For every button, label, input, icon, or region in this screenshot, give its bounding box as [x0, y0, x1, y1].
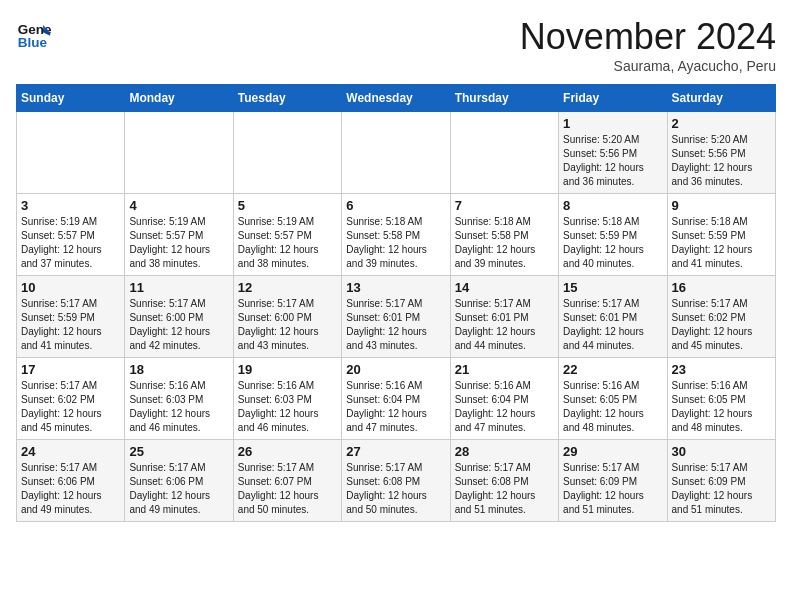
day-number: 28 [455, 444, 554, 459]
day-info: Sunrise: 5:19 AMSunset: 5:57 PMDaylight:… [238, 215, 337, 271]
day-number: 14 [455, 280, 554, 295]
calendar-day-cell: 24Sunrise: 5:17 AMSunset: 6:06 PMDayligh… [17, 440, 125, 522]
day-number: 21 [455, 362, 554, 377]
calendar-day-cell: 29Sunrise: 5:17 AMSunset: 6:09 PMDayligh… [559, 440, 667, 522]
weekday-header: Thursday [450, 85, 558, 112]
day-number: 20 [346, 362, 445, 377]
day-number: 27 [346, 444, 445, 459]
day-number: 7 [455, 198, 554, 213]
day-info: Sunrise: 5:17 AMSunset: 6:08 PMDaylight:… [455, 461, 554, 517]
calendar-week-row: 17Sunrise: 5:17 AMSunset: 6:02 PMDayligh… [17, 358, 776, 440]
day-number: 12 [238, 280, 337, 295]
calendar-day-cell [342, 112, 450, 194]
day-info: Sunrise: 5:16 AMSunset: 6:03 PMDaylight:… [238, 379, 337, 435]
day-info: Sunrise: 5:19 AMSunset: 5:57 PMDaylight:… [21, 215, 120, 271]
calendar-day-cell: 19Sunrise: 5:16 AMSunset: 6:03 PMDayligh… [233, 358, 341, 440]
calendar-day-cell: 15Sunrise: 5:17 AMSunset: 6:01 PMDayligh… [559, 276, 667, 358]
day-info: Sunrise: 5:16 AMSunset: 6:05 PMDaylight:… [563, 379, 662, 435]
location: Saurama, Ayacucho, Peru [520, 58, 776, 74]
day-number: 19 [238, 362, 337, 377]
calendar-week-row: 10Sunrise: 5:17 AMSunset: 5:59 PMDayligh… [17, 276, 776, 358]
calendar-day-cell [450, 112, 558, 194]
calendar-day-cell: 21Sunrise: 5:16 AMSunset: 6:04 PMDayligh… [450, 358, 558, 440]
day-info: Sunrise: 5:16 AMSunset: 6:05 PMDaylight:… [672, 379, 771, 435]
day-number: 30 [672, 444, 771, 459]
day-info: Sunrise: 5:16 AMSunset: 6:04 PMDaylight:… [346, 379, 445, 435]
day-number: 24 [21, 444, 120, 459]
day-number: 6 [346, 198, 445, 213]
day-info: Sunrise: 5:17 AMSunset: 6:06 PMDaylight:… [129, 461, 228, 517]
calendar-day-cell: 1Sunrise: 5:20 AMSunset: 5:56 PMDaylight… [559, 112, 667, 194]
weekday-header: Sunday [17, 85, 125, 112]
calendar-day-cell: 27Sunrise: 5:17 AMSunset: 6:08 PMDayligh… [342, 440, 450, 522]
day-number: 11 [129, 280, 228, 295]
day-number: 17 [21, 362, 120, 377]
day-number: 26 [238, 444, 337, 459]
calendar-day-cell: 20Sunrise: 5:16 AMSunset: 6:04 PMDayligh… [342, 358, 450, 440]
calendar-day-cell: 4Sunrise: 5:19 AMSunset: 5:57 PMDaylight… [125, 194, 233, 276]
day-number: 25 [129, 444, 228, 459]
calendar-day-cell: 28Sunrise: 5:17 AMSunset: 6:08 PMDayligh… [450, 440, 558, 522]
calendar-day-cell: 2Sunrise: 5:20 AMSunset: 5:56 PMDaylight… [667, 112, 775, 194]
calendar-day-cell: 8Sunrise: 5:18 AMSunset: 5:59 PMDaylight… [559, 194, 667, 276]
logo-icon: General Blue [16, 16, 52, 52]
day-number: 8 [563, 198, 662, 213]
logo: General Blue [16, 16, 52, 52]
day-number: 15 [563, 280, 662, 295]
day-info: Sunrise: 5:17 AMSunset: 6:01 PMDaylight:… [455, 297, 554, 353]
day-info: Sunrise: 5:18 AMSunset: 5:59 PMDaylight:… [563, 215, 662, 271]
day-number: 1 [563, 116, 662, 131]
calendar-day-cell: 9Sunrise: 5:18 AMSunset: 5:59 PMDaylight… [667, 194, 775, 276]
day-info: Sunrise: 5:20 AMSunset: 5:56 PMDaylight:… [672, 133, 771, 189]
day-info: Sunrise: 5:16 AMSunset: 6:04 PMDaylight:… [455, 379, 554, 435]
calendar-day-cell [233, 112, 341, 194]
day-number: 10 [21, 280, 120, 295]
calendar-day-cell: 12Sunrise: 5:17 AMSunset: 6:00 PMDayligh… [233, 276, 341, 358]
day-number: 9 [672, 198, 771, 213]
day-info: Sunrise: 5:17 AMSunset: 6:08 PMDaylight:… [346, 461, 445, 517]
day-info: Sunrise: 5:17 AMSunset: 6:02 PMDaylight:… [21, 379, 120, 435]
day-number: 29 [563, 444, 662, 459]
svg-text:Blue: Blue [18, 35, 48, 50]
calendar-day-cell: 22Sunrise: 5:16 AMSunset: 6:05 PMDayligh… [559, 358, 667, 440]
page-header: General Blue November 2024 Saurama, Ayac… [16, 16, 776, 74]
calendar-day-cell: 26Sunrise: 5:17 AMSunset: 6:07 PMDayligh… [233, 440, 341, 522]
day-info: Sunrise: 5:18 AMSunset: 5:58 PMDaylight:… [346, 215, 445, 271]
day-info: Sunrise: 5:18 AMSunset: 5:58 PMDaylight:… [455, 215, 554, 271]
day-info: Sunrise: 5:17 AMSunset: 6:09 PMDaylight:… [672, 461, 771, 517]
day-info: Sunrise: 5:19 AMSunset: 5:57 PMDaylight:… [129, 215, 228, 271]
weekday-header: Monday [125, 85, 233, 112]
day-info: Sunrise: 5:17 AMSunset: 5:59 PMDaylight:… [21, 297, 120, 353]
calendar-day-cell: 7Sunrise: 5:18 AMSunset: 5:58 PMDaylight… [450, 194, 558, 276]
month-title: November 2024 [520, 16, 776, 58]
calendar-day-cell [125, 112, 233, 194]
calendar-day-cell [17, 112, 125, 194]
day-number: 13 [346, 280, 445, 295]
title-block: November 2024 Saurama, Ayacucho, Peru [520, 16, 776, 74]
calendar-day-cell: 16Sunrise: 5:17 AMSunset: 6:02 PMDayligh… [667, 276, 775, 358]
calendar-week-row: 24Sunrise: 5:17 AMSunset: 6:06 PMDayligh… [17, 440, 776, 522]
day-number: 23 [672, 362, 771, 377]
day-number: 2 [672, 116, 771, 131]
day-number: 5 [238, 198, 337, 213]
calendar-table: SundayMondayTuesdayWednesdayThursdayFrid… [16, 84, 776, 522]
day-info: Sunrise: 5:17 AMSunset: 6:06 PMDaylight:… [21, 461, 120, 517]
day-info: Sunrise: 5:17 AMSunset: 6:01 PMDaylight:… [346, 297, 445, 353]
day-number: 16 [672, 280, 771, 295]
day-info: Sunrise: 5:16 AMSunset: 6:03 PMDaylight:… [129, 379, 228, 435]
calendar-day-cell: 17Sunrise: 5:17 AMSunset: 6:02 PMDayligh… [17, 358, 125, 440]
day-number: 3 [21, 198, 120, 213]
calendar-day-cell: 3Sunrise: 5:19 AMSunset: 5:57 PMDaylight… [17, 194, 125, 276]
weekday-header: Saturday [667, 85, 775, 112]
day-info: Sunrise: 5:17 AMSunset: 6:00 PMDaylight:… [129, 297, 228, 353]
day-info: Sunrise: 5:17 AMSunset: 6:07 PMDaylight:… [238, 461, 337, 517]
weekday-header: Friday [559, 85, 667, 112]
calendar-header-row: SundayMondayTuesdayWednesdayThursdayFrid… [17, 85, 776, 112]
day-info: Sunrise: 5:17 AMSunset: 6:09 PMDaylight:… [563, 461, 662, 517]
calendar-day-cell: 11Sunrise: 5:17 AMSunset: 6:00 PMDayligh… [125, 276, 233, 358]
calendar-day-cell: 10Sunrise: 5:17 AMSunset: 5:59 PMDayligh… [17, 276, 125, 358]
calendar-day-cell: 13Sunrise: 5:17 AMSunset: 6:01 PMDayligh… [342, 276, 450, 358]
day-info: Sunrise: 5:17 AMSunset: 6:01 PMDaylight:… [563, 297, 662, 353]
day-info: Sunrise: 5:20 AMSunset: 5:56 PMDaylight:… [563, 133, 662, 189]
day-info: Sunrise: 5:18 AMSunset: 5:59 PMDaylight:… [672, 215, 771, 271]
